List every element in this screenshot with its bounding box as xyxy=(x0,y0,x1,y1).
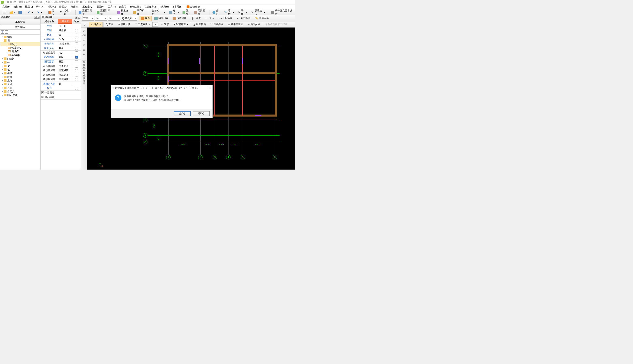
redo-button[interactable]: ▾ xyxy=(36,10,44,14)
two-point-button[interactable]: ╫两点 xyxy=(190,16,203,21)
tree-node[interactable]: ›CAD识别 xyxy=(1,93,40,97)
prop-group-calc[interactable]: +计算属性 xyxy=(41,91,81,95)
3d-view-button[interactable]: 三维 xyxy=(181,10,192,14)
tree-node[interactable]: ⌄墙 xyxy=(1,39,40,42)
tree-node[interactable]: ›板 xyxy=(1,68,40,72)
property-row[interactable]: 起点顶标高层顶标高 xyxy=(41,64,81,68)
property-row[interactable]: 砂浆类型(水泥砂浆) xyxy=(41,42,81,46)
vtool-eraser[interactable]: ⌫ xyxy=(82,33,86,38)
tree-node[interactable]: 幕墙(Q) xyxy=(1,53,40,57)
align-dim-button[interactable]: ↗对齐标注 xyxy=(235,16,252,21)
tree-node[interactable]: ›基础 xyxy=(1,82,40,86)
bird-view-button[interactable]: 俯视▾ xyxy=(168,10,180,14)
property-row[interactable]: 内/外墙标外墙 xyxy=(41,55,81,60)
menu-cloud[interactable]: 云应用 xyxy=(117,5,128,9)
menu-qty[interactable]: 工程量(Q) xyxy=(81,5,95,9)
undo-button[interactable]: ▾ xyxy=(27,10,35,14)
property-row[interactable]: 材质砖 xyxy=(41,33,81,37)
member-combo[interactable]: Q-180[外▼ xyxy=(121,16,137,21)
close-icon[interactable]: ✕ xyxy=(208,86,211,90)
batch-select-button[interactable]: 批量选择 xyxy=(116,10,131,14)
floor-nav-button[interactable]: ▾ xyxy=(163,10,167,14)
menu-view[interactable]: 视图(V) xyxy=(95,5,106,9)
tree-node[interactable]: ›自定义 xyxy=(1,90,40,93)
view-formula-button[interactable]: 查看计算式 xyxy=(95,10,112,14)
rotate-button[interactable]: 屏幕旋转▾ xyxy=(249,10,266,14)
member-list-button[interactable]: 构件列表 xyxy=(153,16,170,21)
menu-help[interactable]: 帮助(H) xyxy=(159,5,170,9)
save-button[interactable] xyxy=(17,10,23,14)
parallel-button[interactable]: 〓平行 xyxy=(203,16,216,21)
menu-tools[interactable]: 工具(T) xyxy=(106,5,117,9)
open-button[interactable]: ▾ xyxy=(8,10,16,14)
menu-draw[interactable]: 绘图(D) xyxy=(58,5,69,9)
tree-node[interactable]: ›轴线 xyxy=(1,35,40,39)
pick-member-button[interactable]: 拾取构件 xyxy=(171,16,188,21)
vtool-break[interactable]: ⊘ xyxy=(82,48,86,52)
close-panel-icon[interactable]: × xyxy=(78,16,80,18)
property-row[interactable]: 起点底标高层底标高 xyxy=(41,73,81,77)
no-button[interactable]: 否(N) xyxy=(193,111,210,116)
define-button[interactable]: 定义 xyxy=(47,10,58,14)
tree-node[interactable]: ›土方 xyxy=(1,79,40,82)
property-row[interactable]: 轴线距左墙(90) xyxy=(41,50,81,55)
tree-node[interactable]: ›楼梯 xyxy=(1,72,40,75)
tree-node[interactable]: ›柱 xyxy=(1,60,40,64)
fullscreen-button[interactable]: 全屏 xyxy=(211,10,222,14)
wall-pull-button[interactable]: ⇔墙体拉通 xyxy=(246,22,262,27)
property-row[interactable]: 备注 xyxy=(41,86,81,91)
property-row[interactable]: 图元形状直形 xyxy=(41,60,81,64)
brush-button[interactable]: 🖌 xyxy=(82,22,88,27)
nav-tree[interactable]: ›轴线⌄墙墙(Q)保温墙(Q)墙垛(E)幕墙(Q)›门窗洞›柱›梁›板›楼梯›装… xyxy=(0,34,40,170)
new-change-button[interactable]: 新建变更 xyxy=(185,5,201,9)
property-row[interactable]: 砂浆标号(M5) xyxy=(41,37,81,42)
tab-project-settings[interactable]: 工程设置 xyxy=(0,19,40,24)
tree-node[interactable]: ›其它 xyxy=(1,86,40,90)
tree-node[interactable]: 墙(Q) xyxy=(1,42,40,46)
pin-icon[interactable]: ᐊ xyxy=(75,16,77,18)
menu-version[interactable]: 版本号(B) xyxy=(170,5,184,9)
line-button[interactable]: ╲直线 xyxy=(104,22,115,27)
sum-calc-button[interactable]: 汇总计算 xyxy=(59,10,74,14)
property-row[interactable]: 厚度(mm)180 xyxy=(41,46,81,50)
length-dim-button[interactable]: ⟷长度标注 xyxy=(217,16,234,21)
tree-node[interactable]: ›装修 xyxy=(1,75,40,79)
extract-qty-button[interactable]: ⎘从模型提取工程量 xyxy=(264,22,289,27)
dialog-title-bar[interactable]: 广联达BIM土建算量软件 GCL2013 - E:\家.GGJ12.histor… xyxy=(111,85,212,91)
vtool-mirror[interactable]: ⟲ xyxy=(82,38,86,42)
menu-floor[interactable]: 楼层(L) xyxy=(23,5,35,9)
tree-node[interactable]: 保温墙(Q) xyxy=(1,46,40,50)
property-row[interactable]: 是否为人防否 xyxy=(41,82,81,86)
property-row[interactable]: 终点底标高层底标高 xyxy=(41,77,81,82)
floor-combo[interactable]: 首层▼ xyxy=(82,16,94,21)
menu-modify[interactable]: 修改(M) xyxy=(69,5,81,9)
menu-bim[interactable]: BIM应用(I) xyxy=(128,5,143,9)
local-3d-button[interactable]: 局部三维 xyxy=(193,10,208,14)
attributes-button[interactable]: 属性 xyxy=(139,16,152,21)
category-combo[interactable]: 墙▼ xyxy=(95,16,107,21)
draw-mode-combo[interactable]: ▼ xyxy=(152,22,158,27)
rect-button[interactable]: ▭矩形 xyxy=(159,22,171,27)
flat-top-button[interactable]: 平齐板顶 xyxy=(132,10,147,14)
subtype-combo[interactable]: 墙▼ xyxy=(108,16,120,21)
view-qty-button[interactable]: 查看工程量 xyxy=(77,10,94,14)
display-settings-button[interactable]: 构件图元显示设置 xyxy=(270,10,294,14)
property-row[interactable]: 类别砌体墙 xyxy=(41,28,81,33)
pan-button[interactable]: 平移▾ xyxy=(236,10,249,14)
property-row[interactable]: 名称Q-180 xyxy=(41,24,81,28)
tree-node[interactable]: ›门窗洞 xyxy=(1,57,40,60)
menu-member[interactable]: 构件(N) xyxy=(35,5,46,9)
arc3-button[interactable]: ⌒三点画弧▾ xyxy=(133,22,152,27)
tree-node[interactable]: 墙垛(E) xyxy=(1,50,40,53)
vtool-brush[interactable]: 🖌 xyxy=(82,28,86,33)
tree-collapse-button[interactable]: − xyxy=(5,30,8,34)
close-panel-icon[interactable]: × xyxy=(37,16,40,18)
pin-icon[interactable]: ᐊ xyxy=(34,16,37,18)
menu-edit[interactable]: 编辑(E) xyxy=(12,5,23,9)
tree-expand-button[interactable]: + xyxy=(1,30,4,34)
wall-base-button[interactable]: ▬墙平齐基础 xyxy=(226,22,245,27)
arch-wall-button[interactable]: ⌒设置拱墙 xyxy=(208,22,225,27)
smart-layout-button[interactable]: ⊞智能布置▾ xyxy=(172,22,190,27)
tab-draw-input[interactable]: 绘图输入 xyxy=(0,24,40,30)
menu-aux[interactable]: 辅轴(O) xyxy=(46,5,58,9)
